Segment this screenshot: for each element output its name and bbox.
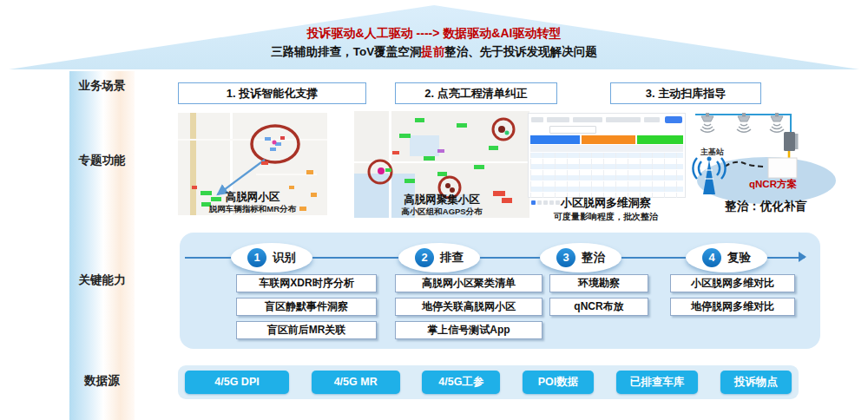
scenario-box-1: 1. 投诉智能化支撑 bbox=[178, 82, 366, 104]
datasource-45g-dpi: 4/5G DPI bbox=[185, 371, 289, 394]
banner-subline-pre: 三路辅助排查，ToV覆盖空洞 bbox=[271, 45, 421, 58]
table-group-header-green bbox=[637, 135, 683, 144]
row-label-business-scenario: 业务场景 bbox=[69, 78, 135, 94]
station-label: 主基站 bbox=[700, 148, 724, 156]
flow-step-reverify: 4 复验 bbox=[686, 243, 767, 272]
banner-headline: 投诉驱动&人工驱动 ----> 数据驱动&AI驱动转型 bbox=[0, 24, 868, 43]
table-group-header-orange bbox=[582, 135, 635, 144]
capability-blindzone-silent-event: 盲区静默事件洞察 bbox=[236, 298, 377, 316]
datasource-45g-mr: 4/5G MR bbox=[312, 371, 400, 394]
table-caption: 小区脱网多维洞察 可度量影响程度，批次整治 bbox=[528, 195, 684, 223]
table-row bbox=[530, 153, 683, 158]
map2-title: 高脱网聚集小区 bbox=[354, 194, 529, 207]
map-screenshot-cluster-cells: 高脱网聚集小区 高小区组和AGPS分布 bbox=[354, 111, 529, 218]
ceiling-antenna-icon bbox=[770, 113, 784, 132]
map1-subtitle: 脱网车辆指标和MR分布 bbox=[178, 204, 327, 214]
slide-canvas: { "banner": { "line1": "投诉驱动&人工驱动 ----> … bbox=[0, 0, 868, 420]
capability-parking-multidim-compare: 地停脱网多维对比 bbox=[670, 298, 795, 316]
table-filter-input bbox=[549, 126, 596, 134]
scenario-box-3: 3. 主动扫库指导 bbox=[610, 82, 761, 104]
row-label-data-source: 数据源 bbox=[69, 373, 135, 389]
row-label-feature: 专题功能 bbox=[69, 153, 135, 168]
step-number-badge: 4 bbox=[702, 248, 721, 267]
map2-caption: 高脱网聚集小区 高小区组和AGPS分布 bbox=[354, 194, 529, 217]
capability-blindzone-mr-link: 盲区前后MR关联 bbox=[236, 321, 377, 339]
capability-cell-multidim-compare: 小区脱网多维对比 bbox=[670, 274, 795, 292]
data-source-band: 4/5G DPI 4/5G MR 4/5G工参 POI数据 已排查车库 投诉物点 bbox=[178, 365, 799, 399]
banner-subline-post: 整治、先于投诉发现解决问题 bbox=[444, 45, 597, 58]
datasource-poi: POI数据 bbox=[523, 371, 594, 394]
scenario-box-2: 2. 点亮工程清单纠正 bbox=[395, 82, 557, 104]
row-label-key-capability: 关键能力 bbox=[69, 272, 135, 288]
capability-signal-test-app: 掌上信号测试App bbox=[395, 321, 542, 339]
table-subtitle: 可度量影响程度，批次整治 bbox=[528, 211, 684, 223]
step-number-badge: 1 bbox=[247, 248, 266, 267]
table-screenshot-insight bbox=[528, 113, 686, 198]
table-row bbox=[530, 187, 683, 192]
table-row bbox=[530, 175, 683, 180]
map1-title: 高脱网小区 bbox=[178, 191, 327, 204]
step-number-badge: 2 bbox=[415, 248, 434, 267]
table-column-header-row bbox=[530, 145, 683, 152]
map1-caption: 高脱网小区 脱网车辆指标和MR分布 bbox=[178, 191, 327, 214]
table-toolbar bbox=[531, 116, 682, 123]
step-number-badge: 3 bbox=[556, 248, 575, 267]
flow-arrowhead-icon bbox=[799, 252, 806, 262]
datasource-checked-garage: 已排查车库 bbox=[616, 371, 699, 394]
step-label: 复验 bbox=[727, 250, 751, 266]
capability-parking-linked-cells: 地停关联高脱网小区 bbox=[395, 298, 542, 316]
capability-xdr-timeseries: 车联网XDR时序分析 bbox=[236, 274, 377, 292]
capability-site-survey: 环境勘察 bbox=[549, 274, 648, 292]
diagram-caption: 整治：优化补盲 bbox=[690, 199, 842, 214]
qncr-unit-box-icon bbox=[768, 158, 797, 178]
flow-step-identify: 1 识别 bbox=[231, 243, 312, 272]
table-row bbox=[530, 170, 683, 175]
datasource-complaint-points: 投诉物点 bbox=[720, 371, 792, 394]
banner-subline-highlight: 提前 bbox=[421, 45, 444, 58]
datasource-45g-engineering: 4/5G工参 bbox=[422, 371, 500, 394]
table-search-button bbox=[665, 116, 682, 123]
map-screenshot-offgrid-cell: 高脱网小区 脱网车辆指标和MR分布 bbox=[178, 113, 327, 215]
step-label: 整治 bbox=[582, 250, 605, 266]
map2-subtitle: 高小区组和AGPS分布 bbox=[354, 207, 529, 217]
table-group-header-blue bbox=[530, 135, 580, 144]
left-category-band bbox=[69, 71, 135, 420]
ceiling-antenna-icon bbox=[700, 113, 714, 132]
ceiling-antenna-icon bbox=[737, 113, 751, 132]
solution-label: qNCR方案 bbox=[749, 178, 797, 189]
flow-step-investigate: 2 排查 bbox=[398, 243, 480, 272]
flow-step-rectify: 3 整治 bbox=[540, 243, 621, 272]
banner: 投诉驱动&人工驱动 ----> 数据驱动&AI驱动转型 三路辅助排查，ToV覆盖… bbox=[0, 24, 868, 62]
banner-subline: 三路辅助排查，ToV覆盖空洞提前整治、先于投诉发现解决问题 bbox=[0, 43, 868, 62]
rru-device-icon bbox=[784, 132, 795, 151]
capability-qncr-deploy: qNCR布放 bbox=[549, 298, 648, 316]
capability-cluster-list: 高脱网小区聚类清单 bbox=[395, 274, 542, 292]
table-row bbox=[530, 181, 683, 187]
step-label: 排查 bbox=[440, 250, 464, 266]
table-row bbox=[530, 164, 683, 169]
diagram-graphic: 主基站 qNCR方案 bbox=[690, 109, 842, 207]
qncr-solution-diagram: 主基站 qNCR方案 bbox=[690, 109, 842, 207]
step-label: 识别 bbox=[273, 250, 296, 266]
table-title: 小区脱网多维洞察 bbox=[528, 195, 684, 211]
table-row bbox=[530, 159, 683, 164]
